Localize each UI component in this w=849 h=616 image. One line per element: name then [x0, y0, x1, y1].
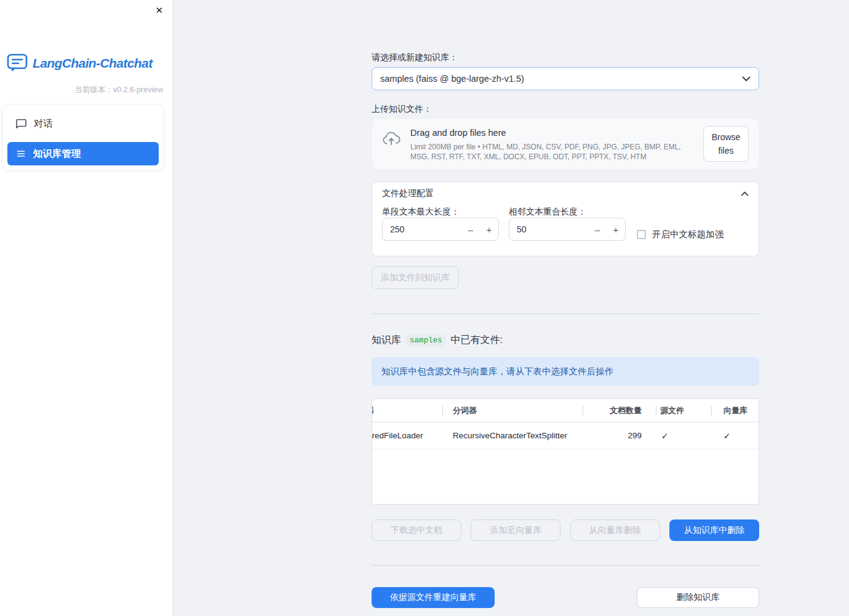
browse-files-button[interactable]: Browse files [703, 126, 749, 162]
info-banner-text: 知识库中包含源文件与向量库，请从下表中选择文件后操作 [381, 366, 613, 377]
info-banner: 知识库中包含源文件与向量库，请从下表中选择文件后操作 [372, 357, 759, 386]
dropzone-instruction: Drag and drop files here [410, 128, 693, 138]
overlap-decrement-button[interactable]: – [588, 224, 607, 235]
sidebar-item-chat-label: 对话 [34, 117, 53, 130]
column-header-loader[interactable]: 器 [372, 399, 443, 422]
overlap-increment-button[interactable]: + [607, 224, 625, 235]
existing-files-suffix: 中已有文件: [451, 334, 503, 347]
sidebar-item-knowledge-base[interactable]: 知识库管理 [7, 142, 159, 165]
add-to-vector-store-button[interactable]: 添加至向量库 [471, 519, 560, 541]
dropzone-limits: Limit 200MB per file • HTML, MD, JSON, C… [410, 142, 693, 162]
checkbox-icon[interactable] [637, 230, 646, 239]
sidebar-item-knowledge-base-label: 知识库管理 [33, 148, 81, 160]
chunk-size-input[interactable]: 250 – + [382, 218, 499, 241]
sidebar-menu: 对话 知识库管理 [2, 105, 164, 171]
column-header-splitter[interactable]: 分词器 [443, 399, 583, 422]
sidebar: ✕ LangChain-Chatchat 当前版本：v0.2.6-preview… [0, 0, 172, 616]
cell-splitter: RecursiveCharacterTextSplitter [443, 431, 583, 440]
cell-doc-count: 299 [583, 431, 656, 440]
kb-select-label: 请选择或新建知识库： [372, 51, 759, 63]
expander-header[interactable]: 文件处理配置 [372, 182, 759, 204]
expander-body: 单段文本最大长度： 250 – + 相邻文本重合长度： 50 – + 开启中文标… [372, 204, 759, 256]
overlap-size-label: 相邻文本重合长度： [509, 207, 586, 216]
delete-kb-button[interactable]: 删除知识库 [637, 587, 759, 608]
column-header-source-file[interactable]: 源文件 [656, 399, 712, 422]
divider [372, 314, 759, 314]
delete-from-kb-button[interactable]: 从知识库中删除 [669, 519, 759, 541]
files-table[interactable]: 器 分词器 文档数量 源文件 向量库 uredFileLoader Recurs… [372, 398, 759, 505]
app-title: LangChain-Chatchat [33, 56, 153, 71]
chunk-size-value[interactable]: 250 [383, 224, 461, 234]
cell-vector-store-check: ✓ [712, 431, 759, 441]
overlap-size-value[interactable]: 50 [509, 224, 588, 234]
upload-label: 上传知识文件： [372, 103, 759, 115]
overlap-size-input[interactable]: 50 – + [509, 218, 626, 241]
rebuild-vector-store-button[interactable]: 依据源文件重建向量库 [372, 587, 495, 608]
file-dropzone[interactable]: Drag and drop files here Limit 200MB per… [372, 118, 759, 170]
divider [372, 565, 759, 566]
sidebar-item-chat[interactable]: 对话 [7, 110, 159, 137]
table-row[interactable]: uredFileLoader RecursiveCharacterTextSpl… [372, 422, 759, 449]
kb-select[interactable]: samples (faiss @ bge-large-zh-v1.5) [372, 67, 759, 90]
cell-loader: uredFileLoader [372, 431, 443, 440]
chevron-down-icon [742, 76, 751, 82]
column-header-doc-count[interactable]: 文档数量 [583, 399, 656, 422]
kb-name-code: samples [406, 334, 446, 347]
table-header-row: 器 分词器 文档数量 源文件 向量库 [372, 399, 759, 422]
chunk-size-increment-button[interactable]: + [480, 224, 498, 235]
cell-source-file-check: ✓ [656, 431, 712, 441]
chat-bubble-icon [16, 119, 26, 129]
sidebar-close-button[interactable]: ✕ [154, 4, 164, 16]
cloud-upload-icon [382, 132, 401, 148]
column-header-vector-store[interactable]: 向量库 [712, 399, 759, 422]
zh-title-enhance-checkbox[interactable]: 开启中文标题加强 [637, 223, 723, 246]
app-logo: LangChain-Chatchat [7, 53, 153, 73]
overlap-size-group: 相邻文本重合长度： 50 – + [509, 205, 626, 246]
chunk-size-group: 单段文本最大长度： 250 – + [382, 205, 499, 246]
logo-chat-icon [7, 53, 28, 73]
download-selected-button[interactable]: 下载选中文档 [372, 519, 461, 541]
kb-management-row: 依据源文件重建向量库 删除知识库 [372, 587, 759, 608]
file-config-expander: 文件处理配置 单段文本最大长度： 250 – + 相邻文本重合长度： 50 [372, 181, 759, 256]
existing-files-prefix: 知识库 [372, 334, 401, 347]
chunk-size-label: 单段文本最大长度： [382, 207, 460, 216]
chevron-up-icon [741, 191, 749, 196]
main-content: 请选择或新建知识库： samples (faiss @ bge-large-zh… [372, 0, 759, 608]
version-label: 当前版本：v0.2.6-preview [74, 85, 163, 95]
list-icon [16, 149, 26, 159]
dropzone-text: Drag and drop files here Limit 200MB per… [410, 128, 693, 162]
chunk-size-decrement-button[interactable]: – [461, 224, 480, 235]
add-files-button[interactable]: 添加文件到知识库 [372, 266, 459, 289]
delete-from-vector-store-button[interactable]: 从向量库删除 [570, 519, 660, 541]
zh-title-enhance-label: 开启中文标题加强 [652, 229, 723, 240]
expander-title: 文件处理配置 [382, 188, 434, 199]
kb-select-value: samples (faiss @ bge-large-zh-v1.5) [380, 74, 524, 84]
existing-files-heading: 知识库 samples 中已有文件: [372, 334, 759, 347]
file-actions-row: 下载选中文档 添加至向量库 从向量库删除 从知识库中删除 [372, 519, 759, 541]
